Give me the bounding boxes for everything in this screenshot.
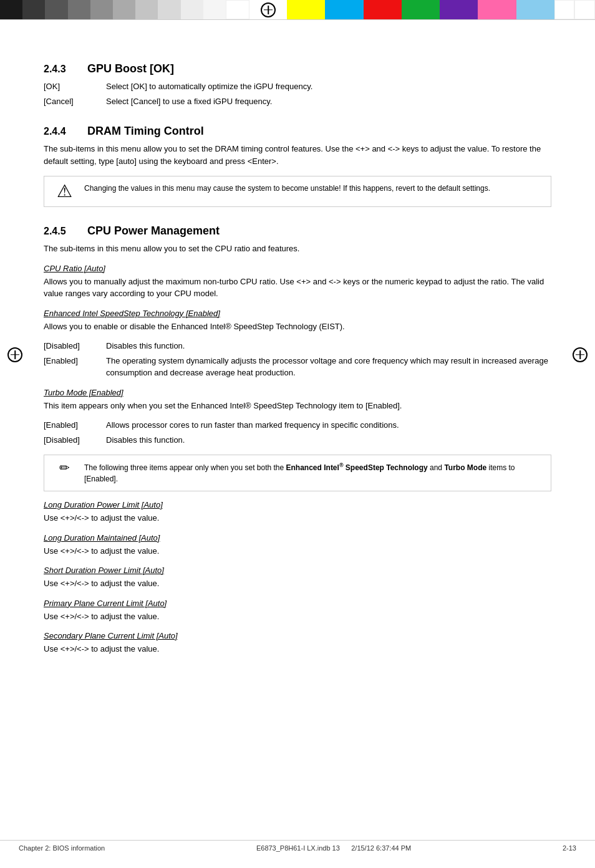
long-duration-maintained-heading: Long Duration Maintained [Auto] [44,533,551,542]
long-duration-power-limit-desc: Use <+>/<-> to adjust the value. [44,512,551,524]
def-desc-cancel: Select [Cancel] to use a fixed iGPU freq… [106,95,551,108]
secondary-plane-current-limit-heading: Secondary Plane Current Limit [Auto] [44,631,551,640]
section-243-title: GPU Boost [OK] [87,62,174,75]
footer-page-number: 2-13 [563,844,576,852]
eist-enabled-row: [Enabled] The operating system dynamical… [44,355,551,379]
cpu-ratio-body: Allows you to manually adjust the maximu… [44,276,551,300]
footer-chapter-label: Chapter 2: BIOS information [19,844,105,852]
left-registration-mark [7,347,22,364]
def-row-ok: [OK] Select [OK] to automatically optimi… [44,80,551,93]
section-245-number: 2.4.5 [44,226,87,237]
power-items-section: Long Duration Power Limit [Auto] Use <+>… [44,500,551,655]
speedstep-note-box: ✏ The following three items appear only … [44,455,551,491]
turbo-disabled-term: [Disabled] [44,434,106,446]
section-245-body: The sub-items in this menu allow you to … [44,243,551,255]
primary-plane-current-limit-heading: Primary Plane Current Limit [Auto] [44,599,551,608]
short-duration-power-limit-desc: Use <+>/<-> to adjust the value. [44,577,551,590]
eist-disabled-row: [Disabled] Disables this function. [44,340,551,352]
section-245-title: CPU Power Management [87,224,220,238]
eist-section: Enhanced Intel SpeedStep Technology [Ena… [44,309,551,379]
def-desc-ok: Select [OK] to automatically optimize th… [106,80,551,93]
eist-heading: Enhanced Intel SpeedStep Technology [Ena… [44,309,551,318]
primary-plane-current-limit-desc: Use <+>/<-> to adjust the value. [44,610,551,623]
eist-body: Allows you to enable or disable the Enha… [44,321,551,333]
left-grayscale-blocks [0,0,249,19]
eist-disabled-term: [Disabled] [44,340,106,352]
secondary-plane-current-limit-desc: Use <+>/<-> to adjust the value. [44,643,551,655]
long-duration-maintained-desc: Use <+>/<-> to adjust the value. [44,545,551,557]
bold-turbo-mode: Turbo Mode [444,463,486,472]
footer-doc-id: E6873_P8H61-I LX.indb 13 [256,844,340,852]
eist-disabled-desc: Disables this function. [106,340,551,352]
turbo-disabled-desc: Disables this function. [106,434,551,446]
turbo-definitions: [Enabled] Allows processor cores to run … [44,419,551,446]
turbo-mode-body: This item appears only when you set the … [44,400,551,412]
cpu-ratio-heading: CPU Ratio [Auto] [44,264,551,273]
footer-doc-info: E6873_P8H61-I LX.indb 13 2/15/12 6:37:44… [256,844,411,852]
center-registration-mark [249,0,287,19]
page-footer: Chapter 2: BIOS information E6873_P8H61-… [0,840,595,856]
section-244-number: 2.4.4 [44,126,87,137]
section-243-header: 2.4.3 GPU Boost [OK] [44,62,551,75]
long-duration-power-limit-heading: Long Duration Power Limit [Auto] [44,500,551,509]
section-243-number: 2.4.3 [44,64,87,75]
section-244-header: 2.4.4 DRAM Timing Control [44,125,551,138]
right-registration-mark [573,347,588,364]
note-pencil-icon: ✏ [53,461,75,474]
turbo-mode-heading: Turbo Mode [Enabled] [44,388,551,397]
section-243-definitions: [OK] Select [OK] to automatically optimi… [44,80,551,107]
def-row-cancel: [Cancel] Select [Cancel] to use a fixed … [44,95,551,108]
bold-enhanced-intel: Enhanced Intel® SpeedStep Technology [286,463,428,472]
footer-timestamp: 2/15/12 6:37:44 PM [351,844,411,852]
footer-left: Chapter 2: BIOS information [19,844,105,852]
short-duration-power-limit-heading: Short Duration Power Limit [Auto] [44,566,551,575]
warning-icon: ⚠ [53,183,75,200]
section-244-body: The sub-items in this menu allow you to … [44,143,551,167]
cpu-ratio-section: CPU Ratio [Auto] Allows you to manually … [44,264,551,300]
turbo-enabled-row: [Enabled] Allows processor cores to run … [44,419,551,432]
dram-warning-text: Changing the values in this menu may cau… [84,183,490,194]
turbo-enabled-desc: Allows processor cores to run faster tha… [106,419,551,432]
eist-enabled-term: [Enabled] [44,355,106,379]
section-245-header: 2.4.5 CPU Power Management [44,224,551,238]
def-term-ok: [OK] [44,80,106,93]
speedstep-note-text: The following three items appear only wh… [84,461,542,485]
eist-definitions: [Disabled] Disables this function. [Enab… [44,340,551,379]
top-color-bar [0,0,595,20]
dram-warning-box: ⚠ Changing the values in this menu may c… [44,176,551,207]
def-term-cancel: [Cancel] [44,95,106,108]
turbo-mode-section: Turbo Mode [Enabled] This item appears o… [44,388,551,446]
turbo-disabled-row: [Disabled] Disables this function. [44,434,551,446]
section-244-title: DRAM Timing Control [87,125,204,138]
eist-enabled-desc: The operating system dynamically adjusts… [106,355,551,379]
main-content: 2.4.3 GPU Boost [OK] [OK] Select [OK] to… [0,20,595,700]
right-color-blocks [287,0,595,19]
turbo-enabled-term: [Enabled] [44,419,106,432]
